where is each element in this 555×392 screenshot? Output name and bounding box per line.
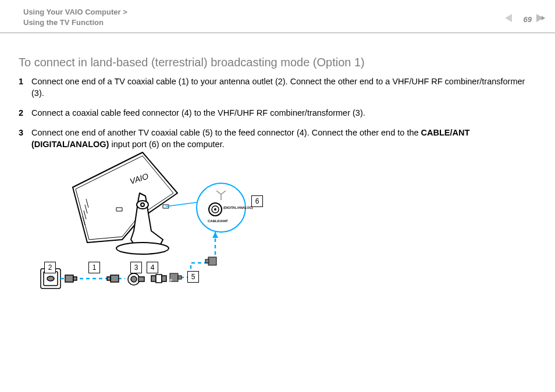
step-number: 1 xyxy=(19,76,31,99)
breadcrumb-line1: Using Your VAIO Computer > xyxy=(23,8,127,16)
step-text: Connect one end of a TV coaxial cable (1… xyxy=(31,76,536,99)
svg-text:(DIGITAL/ANALOG): (DIGITAL/ANALOG) xyxy=(223,206,253,209)
port-callout-icon: (DIGITAL/ANALOG) CABLE/ANT xyxy=(166,183,253,232)
next-page-arrow-icon[interactable] xyxy=(536,14,543,22)
diagram-label-6: 6 xyxy=(251,195,263,207)
step-text: Connect one end of another TV coaxial ca… xyxy=(31,127,536,150)
svg-rect-42 xyxy=(162,276,166,281)
svg-rect-10 xyxy=(116,208,122,211)
svg-marker-1 xyxy=(76,156,173,240)
prev-page-arrow-icon[interactable] xyxy=(505,14,512,22)
diagram-svg: VAIO (DIGITAL/ANALOG) CABLE/ANT xyxy=(41,152,273,304)
step-list: 1 Connect one end of a TV coaxial cable … xyxy=(19,76,536,158)
svg-point-37 xyxy=(131,276,137,282)
diagram-label-5: 5 xyxy=(187,271,199,283)
diagram-label-1: 1 xyxy=(88,262,100,273)
svg-point-19 xyxy=(214,208,216,211)
svg-point-29 xyxy=(47,276,54,281)
breadcrumb-line2: Using the TV Function xyxy=(23,18,104,27)
svg-rect-34 xyxy=(107,277,111,280)
step-number: 3 xyxy=(19,127,31,150)
diagram-label-4: 4 xyxy=(147,262,158,273)
step-text: Connect a coaxial cable feed connector (… xyxy=(31,107,536,119)
svg-rect-38 xyxy=(138,277,144,281)
svg-rect-26 xyxy=(178,276,182,279)
svg-rect-23 xyxy=(208,257,216,265)
breadcrumb: Using Your VAIO Computer > Using the TV … xyxy=(23,7,127,28)
connection-diagram: VAIO (DIGITAL/ANALOG) CABLE/ANT xyxy=(41,152,273,304)
svg-line-12 xyxy=(166,202,201,206)
svg-text:+: + xyxy=(169,276,173,284)
svg-text:+: + xyxy=(122,276,126,284)
svg-rect-33 xyxy=(111,275,119,282)
svg-text:+: + xyxy=(147,276,151,284)
page-header: Using Your VAIO Computer > Using the TV … xyxy=(0,0,555,33)
svg-point-7 xyxy=(141,203,144,206)
step-item: 3 Connect one end of another TV coaxial … xyxy=(19,127,536,150)
vaio-monitor-icon: VAIO xyxy=(73,152,177,254)
svg-rect-32 xyxy=(73,277,77,280)
svg-rect-31 xyxy=(65,275,73,282)
diagram-label-3: 3 xyxy=(130,262,142,273)
step-item: 1 Connect one end of a TV coaxial cable … xyxy=(19,76,536,99)
step-number: 2 xyxy=(19,107,31,119)
svg-text:CABLE/ANT: CABLE/ANT xyxy=(208,219,228,223)
svg-rect-24 xyxy=(205,259,209,263)
page-number: 69 xyxy=(524,15,532,24)
diagram-label-2: 2 xyxy=(44,262,56,273)
svg-marker-22 xyxy=(212,232,218,238)
section-title: To connect in land-based (terrestrial) b… xyxy=(19,56,536,69)
svg-point-8 xyxy=(116,243,169,254)
svg-rect-40 xyxy=(151,276,156,281)
svg-rect-41 xyxy=(156,275,162,283)
step-item: 2 Connect a coaxial cable feed connector… xyxy=(19,107,536,119)
